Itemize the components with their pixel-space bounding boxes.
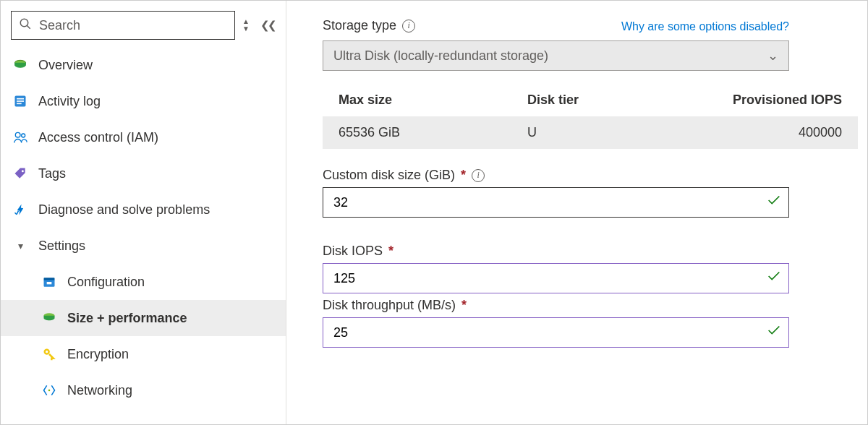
custom-size-input[interactable]	[323, 187, 789, 218]
svg-point-0	[20, 19, 28, 27]
disk-iops-label: Disk IOPS	[323, 244, 383, 259]
col-provisioned-iops: Provisioned IOPS	[685, 93, 843, 108]
search-row: ▲▼ ❮❮	[1, 1, 286, 47]
disk-iops-label-row: Disk IOPS *	[323, 244, 861, 259]
sidebar-label: Diagnose and solve problems	[38, 202, 210, 218]
disk-icon	[41, 311, 57, 325]
tier-table-row[interactable]: 65536 GiB U 400000	[323, 116, 858, 149]
storage-type-label-row: Storage type i	[323, 18, 415, 33]
svg-rect-12	[44, 278, 55, 280]
required-marker: *	[461, 168, 466, 183]
tier-table-header: Max size Disk tier Provisioned IOPS	[323, 84, 858, 116]
sidebar-item-configuration[interactable]: Configuration	[1, 264, 286, 300]
chevron-down-icon: ⌄	[767, 48, 778, 64]
required-marker: *	[461, 298, 467, 313]
sidebar-label: Activity log	[38, 94, 101, 109]
sidebar-item-size-performance[interactable]: Size + performance	[1, 300, 286, 336]
search-box[interactable]	[11, 11, 235, 40]
valid-check-icon	[766, 322, 782, 343]
svg-rect-5	[17, 98, 24, 100]
disk-throughput-label: Disk throughput (MB/s)	[323, 298, 456, 313]
custom-size-label: Custom disk size (GiB)	[323, 168, 455, 183]
sidebar-label: Tags	[38, 166, 66, 181]
sidebar-group-settings[interactable]: ▾ Settings	[1, 228, 286, 264]
disk-throughput-label-row: Disk throughput (MB/s) *	[323, 298, 861, 313]
custom-size-label-row: Custom disk size (GiB) * i	[323, 168, 861, 183]
sidebar: ▲▼ ❮❮ Overview Activity log Access contr…	[1, 1, 286, 424]
svg-rect-7	[17, 103, 22, 105]
chevron-down-icon: ▾	[12, 240, 28, 252]
sidebar-item-overview[interactable]: Overview	[1, 47, 286, 83]
networking-icon	[41, 383, 57, 398]
sidebar-label: Encryption	[67, 347, 129, 362]
sidebar-item-tags[interactable]: Tags	[1, 155, 286, 192]
svg-point-10	[22, 170, 24, 172]
search-icon	[19, 17, 32, 33]
cell-disk-tier: U	[527, 125, 685, 140]
col-disk-tier: Disk tier	[527, 93, 685, 108]
sidebar-label: Networking	[67, 383, 132, 398]
expand-collapse-icon[interactable]: ▲▼	[242, 19, 250, 32]
info-icon[interactable]: i	[472, 169, 485, 182]
sidebar-item-iam[interactable]: Access control (IAM)	[1, 119, 286, 155]
svg-point-8	[15, 132, 20, 137]
sidebar-item-activity-log[interactable]: Activity log	[1, 83, 286, 119]
overview-icon	[12, 58, 28, 72]
disk-throughput-field	[323, 317, 789, 348]
required-marker: *	[388, 244, 393, 259]
sidebar-label: Access control (IAM)	[38, 130, 158, 145]
tier-table: Max size Disk tier Provisioned IOPS 6553…	[323, 84, 858, 149]
disk-throughput-input[interactable]	[323, 317, 789, 348]
collapse-sidebar-icon[interactable]: ❮❮	[257, 19, 278, 32]
encryption-icon	[41, 347, 57, 361]
sidebar-label: Configuration	[67, 275, 145, 290]
storage-type-select: Ultra Disk (locally-redundant storage) ⌄	[323, 40, 789, 71]
col-max-size: Max size	[339, 93, 527, 108]
sidebar-item-networking[interactable]: Networking	[1, 372, 286, 408]
main-content: Storage type i Why are some options disa…	[286, 1, 867, 424]
sidebar-item-encryption[interactable]: Encryption	[1, 336, 286, 372]
disk-iops-input[interactable]	[323, 263, 789, 293]
svg-point-16	[46, 351, 48, 353]
search-input[interactable]	[39, 18, 227, 33]
storage-type-value: Ultra Disk (locally-redundant storage)	[333, 48, 548, 64]
cell-provisioned-iops: 400000	[685, 125, 843, 140]
info-icon[interactable]: i	[402, 20, 415, 33]
valid-check-icon	[766, 192, 782, 212]
cell-max-size: 65536 GiB	[339, 125, 527, 140]
why-disabled-link[interactable]: Why are some options disabled?	[621, 20, 789, 33]
svg-rect-6	[17, 100, 24, 102]
activity-log-icon	[12, 94, 28, 108]
svg-point-9	[22, 134, 25, 137]
custom-size-field	[323, 187, 789, 218]
sidebar-label: Overview	[38, 58, 93, 73]
svg-line-1	[27, 25, 30, 29]
iam-icon	[12, 130, 28, 145]
svg-rect-13	[47, 282, 52, 284]
sidebar-label: Size + performance	[67, 311, 187, 326]
valid-check-icon	[766, 268, 782, 288]
tags-icon	[12, 166, 28, 181]
configuration-icon	[41, 275, 57, 289]
diagnose-icon	[12, 202, 28, 217]
sidebar-label: Settings	[38, 239, 85, 254]
disk-iops-field	[323, 263, 789, 293]
storage-type-label: Storage type	[323, 18, 396, 33]
svg-point-17	[48, 390, 51, 392]
sidebar-item-diagnose[interactable]: Diagnose and solve problems	[1, 192, 286, 228]
